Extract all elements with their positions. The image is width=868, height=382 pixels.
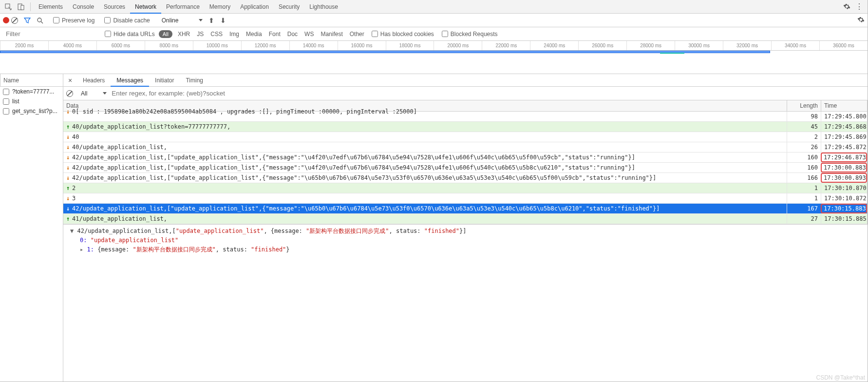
message-data: 40 bbox=[72, 134, 79, 140]
time-column-header[interactable]: Time bbox=[821, 100, 868, 111]
close-icon[interactable]: × bbox=[63, 76, 77, 84]
network-settings-icon[interactable] bbox=[857, 16, 865, 25]
message-row[interactable]: 40/update_application_list,2617:29:45.87… bbox=[63, 142, 867, 153]
message-row[interactable]: 42/update_application_list,["update_appl… bbox=[63, 153, 867, 163]
tab-application[interactable]: Application bbox=[235, 0, 274, 14]
tab-console[interactable]: Console bbox=[68, 0, 99, 14]
tab-security[interactable]: Security bbox=[274, 0, 304, 14]
upload-har-icon[interactable]: ⬆ bbox=[208, 17, 214, 24]
message-time: 17:29:46.873 bbox=[821, 153, 867, 162]
filter-icon[interactable] bbox=[22, 15, 33, 26]
clear-icon[interactable] bbox=[11, 17, 18, 24]
direction-icon bbox=[66, 174, 70, 178]
type-other[interactable]: Other bbox=[346, 31, 368, 38]
message-data: 42/update_application_list,["update_appl… bbox=[72, 205, 660, 212]
type-media[interactable]: Media bbox=[243, 31, 265, 38]
request-item[interactable]: list bbox=[0, 96, 63, 106]
collapse-icon[interactable]: ▼ bbox=[70, 228, 77, 234]
message-length: 1 bbox=[787, 183, 821, 193]
type-all[interactable]: All bbox=[159, 30, 172, 38]
message-data: 0[ sid : 195898e1a80b242e08a8595004ab508… bbox=[72, 108, 417, 115]
detail-tabs: × Headers Messages Initiator Timing bbox=[63, 74, 868, 87]
type-xhr[interactable]: XHR bbox=[174, 31, 193, 38]
message-row[interactable]: 3117:30:10.872 bbox=[63, 193, 867, 204]
download-har-icon[interactable]: ⬇ bbox=[220, 17, 226, 24]
message-row[interactable]: 42/update_application_list,["update_appl… bbox=[63, 163, 867, 173]
clear-messages-icon[interactable] bbox=[66, 90, 73, 97]
tab-timing[interactable]: Timing bbox=[180, 74, 209, 87]
tab-headers[interactable]: Headers bbox=[77, 74, 111, 87]
tab-messages[interactable]: Messages bbox=[111, 74, 149, 87]
messages-body[interactable]: 0[ sid : 195898e1a80b242e08a8595004ab508… bbox=[63, 112, 868, 225]
name-column-header[interactable]: Name bbox=[0, 74, 63, 87]
length-column-header[interactable]: Length bbox=[787, 100, 821, 111]
search-icon[interactable] bbox=[35, 15, 45, 26]
request-item[interactable]: get_sync_list?p... bbox=[0, 106, 63, 116]
has-blocked-cookies-checkbox[interactable]: Has blocked cookies bbox=[372, 31, 434, 38]
ruler-tick: 32000 ms bbox=[723, 41, 771, 50]
request-item[interactable]: ?token=77777... bbox=[0, 87, 63, 96]
message-data: 41/update_application_list, bbox=[72, 215, 167, 222]
message-length: 26 bbox=[787, 142, 821, 152]
svg-point-3 bbox=[38, 18, 41, 22]
tab-sources[interactable]: Sources bbox=[99, 0, 130, 14]
regex-input[interactable] bbox=[111, 89, 403, 98]
message-time: 17:29:45.869 bbox=[821, 132, 867, 142]
timeline-overview[interactable] bbox=[0, 51, 868, 74]
ruler-tick: 14000 ms bbox=[289, 41, 338, 50]
preserve-log-checkbox[interactable]: Preserve log bbox=[53, 17, 94, 24]
device-icon[interactable] bbox=[16, 1, 26, 12]
tab-elements[interactable]: Elements bbox=[34, 0, 68, 14]
type-doc[interactable]: Doc bbox=[284, 31, 301, 38]
tab-network[interactable]: Network bbox=[130, 0, 161, 14]
request-checkbox[interactable] bbox=[3, 108, 9, 115]
hide-data-urls-checkbox[interactable]: Hide data URLs bbox=[105, 31, 155, 38]
tab-memory[interactable]: Memory bbox=[205, 0, 235, 14]
direction-icon bbox=[66, 154, 70, 158]
message-data: 3 bbox=[72, 195, 75, 202]
more-icon[interactable]: ⋮ bbox=[854, 1, 865, 12]
message-row[interactable]: 41/update_application_list,2717:30:15.88… bbox=[63, 214, 867, 224]
type-js[interactable]: JS bbox=[193, 31, 207, 38]
timeline-ruler[interactable]: 2000 ms4000 ms6000 ms8000 ms10000 ms1200… bbox=[0, 41, 868, 51]
tab-initiator[interactable]: Initiator bbox=[149, 74, 180, 87]
record-button[interactable] bbox=[3, 17, 9, 23]
blocked-requests-checkbox[interactable]: Blocked Requests bbox=[442, 31, 498, 38]
message-time: 17:30:10.872 bbox=[821, 193, 867, 203]
separator bbox=[30, 2, 31, 11]
message-data: 2 bbox=[72, 185, 75, 191]
message-row[interactable]: 2117:30:10.870 bbox=[63, 183, 867, 193]
tab-lighthouse[interactable]: Lighthouse bbox=[304, 0, 343, 14]
messages-filter-select[interactable]: All bbox=[81, 90, 107, 97]
direction-icon bbox=[66, 185, 70, 189]
ruler-tick: 20000 ms bbox=[434, 41, 482, 50]
request-checkbox[interactable] bbox=[3, 98, 9, 105]
message-length: 160 bbox=[787, 163, 821, 172]
message-row[interactable]: 40/update_application_list?token=7777777… bbox=[63, 122, 867, 132]
filter-input[interactable] bbox=[3, 29, 98, 39]
ruler-tick: 22000 ms bbox=[482, 41, 530, 50]
direction-icon bbox=[66, 108, 70, 112]
request-checkbox[interactable] bbox=[3, 89, 9, 95]
ruler-tick: 30000 ms bbox=[675, 41, 723, 50]
inspect-icon[interactable] bbox=[3, 1, 14, 12]
direction-icon bbox=[66, 205, 70, 209]
request-name: get_sync_list?p... bbox=[12, 108, 57, 115]
message-preview: ▼ 42/update_application_list,["update_ap… bbox=[63, 225, 868, 257]
settings-icon[interactable] bbox=[841, 1, 852, 12]
tab-performance[interactable]: Performance bbox=[161, 0, 205, 14]
type-ws[interactable]: WS bbox=[301, 31, 317, 38]
expand-icon[interactable]: ▸ bbox=[80, 246, 87, 253]
type-font[interactable]: Font bbox=[265, 31, 284, 38]
message-row[interactable]: 40217:29:45.869 bbox=[63, 132, 867, 142]
type-css[interactable]: CSS bbox=[207, 31, 226, 38]
type-manifest[interactable]: Manifest bbox=[317, 31, 346, 38]
ruler-tick: 4000 ms bbox=[48, 41, 96, 50]
message-row[interactable]: 42/update_application_list,["update_appl… bbox=[63, 204, 867, 214]
message-data: 42/update_application_list,["update_appl… bbox=[72, 164, 635, 171]
throttle-select[interactable]: Online bbox=[162, 17, 203, 24]
message-row[interactable]: 0[ sid : 195898e1a80b242e08a8595004ab508… bbox=[63, 112, 867, 122]
type-img[interactable]: Img bbox=[226, 31, 243, 38]
disable-cache-checkbox[interactable]: Disable cache bbox=[104, 17, 150, 24]
message-row[interactable]: 42/update_application_list,["update_appl… bbox=[63, 173, 867, 183]
